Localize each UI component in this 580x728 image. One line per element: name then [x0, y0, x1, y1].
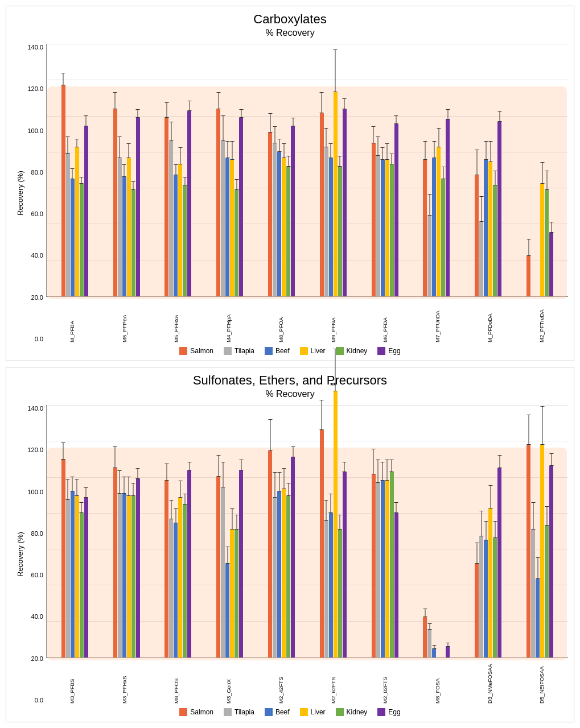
bar-wrapper [484, 540, 488, 657]
error-bar [270, 113, 270, 133]
error-bar [322, 400, 322, 429]
data-bar [268, 133, 272, 296]
bar-wrapper [122, 494, 126, 657]
error-bar [481, 196, 482, 222]
bar-wrapper [343, 109, 347, 296]
data-bar [423, 617, 427, 657]
bar-wrapper [80, 184, 84, 296]
bar-group [101, 109, 153, 296]
x-axis-label: M2_PFTreDA [516, 297, 568, 342]
bar-group [359, 124, 411, 296]
data-bar [230, 530, 234, 657]
data-bar [385, 160, 389, 296]
bar-wrapper [394, 513, 398, 658]
bar-wrapper [291, 457, 295, 657]
error-bar [490, 485, 491, 508]
y-tick: 60.0 [31, 210, 43, 217]
error-bar [133, 181, 134, 190]
bar-wrapper [282, 489, 286, 657]
bar-group [359, 472, 411, 657]
legend-swatch [377, 708, 385, 716]
bar-wrapper [441, 179, 445, 296]
bar-wrapper [66, 500, 70, 657]
data-bar [225, 564, 229, 657]
data-bar [131, 190, 135, 296]
error-bar [120, 470, 120, 494]
data-bar [118, 158, 122, 296]
bar-wrapper [372, 143, 376, 296]
error-bar [166, 102, 167, 117]
bar-group [411, 119, 463, 296]
x-axis-label: M5_PFHxA [150, 297, 203, 342]
error-bar [434, 141, 434, 158]
data-bar [427, 216, 431, 296]
bar-wrapper [446, 647, 450, 657]
legend-item: Salmon [179, 708, 213, 716]
y-tick: 120.0 [27, 446, 43, 453]
data-bar [324, 147, 328, 296]
error-bar [382, 462, 383, 481]
data-bar [540, 184, 544, 296]
error-bar [486, 141, 486, 160]
data-bar [484, 160, 488, 296]
bar-wrapper [531, 530, 535, 657]
data-bar [390, 164, 394, 296]
bar-wrapper [187, 470, 191, 657]
error-bar [288, 483, 289, 495]
bar-group [462, 122, 514, 296]
data-bar [282, 158, 286, 296]
bar-wrapper [432, 649, 436, 657]
bar-wrapper [113, 468, 117, 657]
legend-item: Tilapia [224, 347, 254, 355]
legend-label: Tilapia [235, 347, 254, 355]
error-bar [120, 136, 120, 158]
bar-wrapper [136, 479, 140, 657]
data-bar [84, 126, 88, 296]
chart2-subtitle: % Recovery [12, 389, 568, 399]
bar-wrapper [381, 481, 385, 657]
y-tick: 140.0 [27, 44, 43, 51]
bar-group [153, 470, 204, 657]
error-bar [171, 500, 171, 519]
data-bar [273, 498, 277, 657]
legend-item: Beef [265, 347, 290, 355]
error-bar [241, 460, 241, 470]
bar-wrapper [131, 190, 135, 296]
legend-label: Kidney [347, 347, 368, 355]
error-bar [499, 455, 500, 468]
data-bar [320, 430, 324, 657]
data-bar [497, 122, 501, 296]
bar-wrapper [372, 474, 376, 657]
bar-wrapper [239, 470, 243, 657]
bar-group [514, 445, 566, 657]
data-bar [187, 111, 191, 296]
data-bar [497, 468, 501, 657]
error-bar [189, 462, 190, 470]
x-axis-label: M3_GenX [203, 658, 255, 704]
error-bar [86, 115, 87, 126]
legend-label: Salmon [190, 708, 213, 716]
error-bar [241, 109, 241, 118]
error-bar [476, 150, 477, 175]
error-bar [129, 143, 129, 158]
error-bar [138, 468, 138, 479]
data-bar [174, 523, 178, 657]
error-bar [77, 139, 77, 147]
bar-wrapper [540, 445, 544, 657]
legend-item: Kidney [336, 708, 368, 716]
data-bar [221, 487, 225, 657]
data-bar [235, 530, 238, 657]
data-bar [446, 119, 450, 296]
x-axis-label: M7_PFUnDA [412, 297, 464, 342]
x-axis-label: D5_NEtFOSAA [516, 658, 568, 704]
error-bar [340, 156, 340, 167]
error-bar [232, 508, 232, 530]
error-bar [326, 500, 327, 521]
bar-wrapper [437, 147, 441, 296]
legend-label: Beef [275, 708, 290, 716]
data-bar [61, 85, 65, 296]
error-bar [551, 453, 552, 466]
y-tick: 80.0 [31, 530, 43, 537]
error-bar [335, 349, 336, 391]
bar-wrapper [66, 154, 70, 296]
